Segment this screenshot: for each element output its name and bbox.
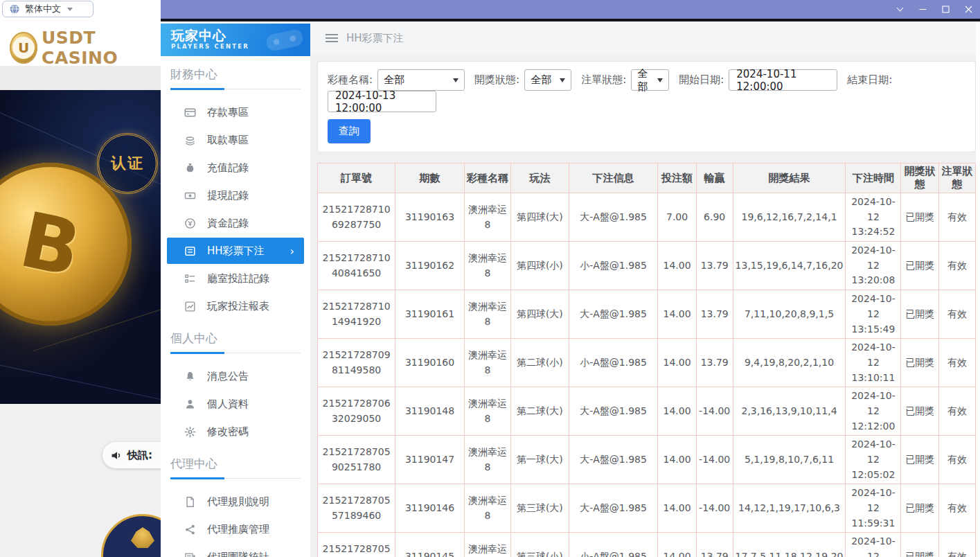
withdraw-record-icon (184, 190, 196, 202)
caret-down-icon (560, 78, 565, 82)
table-cell: 2152172871014941920 (318, 290, 395, 339)
section-title: 個人中心 (161, 320, 310, 346)
table-row: 215217287059025178031190147澳洲幸运8第一球(大)大-… (318, 436, 976, 484)
table-cell: 2024-10-12 13:15:49 (846, 290, 901, 339)
table-cell: 第三球(大) (511, 484, 569, 533)
chevron-down-icon[interactable] (896, 5, 905, 14)
table-cell: 大-A盤@1.985 (569, 436, 658, 484)
table-cell: 大-A盤@1.985 (569, 290, 658, 339)
filter-label: 注單狀態: (581, 73, 626, 87)
table-cell: 小-A盤@1.985 (569, 533, 658, 557)
speaker-icon (111, 450, 123, 461)
sidebar-item[interactable]: 提現記錄 (161, 182, 310, 209)
table-row: 215217287055718946031190146澳洲幸运8第三球(大)大-… (318, 484, 976, 533)
table-cell: 有效 (939, 533, 976, 557)
table-cell: 14.00 (658, 484, 696, 533)
table-cell: 澳洲幸运8 (464, 193, 510, 242)
filter-label: 彩種名稱: (328, 73, 373, 87)
close-icon[interactable] (964, 5, 973, 14)
sidebar-item[interactable]: 代理推廣管理 (161, 515, 310, 543)
table-row: 215217287101494192031190161澳洲幸运8第四球(大)大-… (318, 290, 976, 339)
end-date-input[interactable]: 2024-10-13 12:00:00 (328, 91, 436, 112)
column-header: 訂單號 (318, 163, 395, 193)
table-cell: 有效 (939, 484, 976, 533)
sidebar-header: 玩家中心 PLAYERS CENTER (161, 24, 310, 56)
news-ticker[interactable]: 快訊: (103, 442, 161, 468)
selected-value: 全部 (531, 73, 551, 87)
table-cell: 有效 (939, 436, 976, 484)
start-date-input[interactable]: 2024-10-11 12:00:00 (729, 69, 837, 91)
table-cell: 2152172870527960190 (318, 533, 395, 557)
sidebar-item[interactable]: 取款專區 (161, 126, 310, 154)
table-cell: 31190163 (395, 193, 465, 242)
sidebar-item-label: 取款專區 (207, 134, 249, 147)
sidebar-item-label: 修改密碼 (207, 425, 249, 439)
table-cell: 19,6,12,16,7,2,14,1 (733, 193, 846, 242)
sidebar-item[interactable]: 廳室投註記錄 (161, 265, 310, 292)
sidebar: 玩家中心 PLAYERS CENTER 財務中心存款專區取款專區充值記錄提現記錄… (161, 21, 310, 557)
table-cell: 14.00 (658, 339, 696, 387)
lottery-name-select[interactable]: 全部 (377, 69, 465, 91)
table-cell: 第四球(大) (511, 290, 569, 339)
table-row: 215217287106928775031190163澳洲幸运8第四球(大)大-… (318, 193, 976, 242)
table-cell: 第四球(小) (511, 242, 569, 290)
sidebar-item-label: 代理團隊統計 (207, 551, 269, 557)
window-titlebar (161, 0, 980, 19)
sidebar-item[interactable]: 充值記錄 (161, 154, 310, 182)
sidebar-item[interactable]: HH彩票下注› (167, 238, 304, 264)
table-cell: 有效 (939, 387, 976, 436)
column-header: 輸贏 (696, 163, 733, 193)
search-button[interactable]: 查詢 (328, 119, 371, 143)
filter-label: 開獎狀態: (474, 73, 519, 87)
chevron-right-icon: › (290, 245, 294, 258)
sidebar-item[interactable]: 玩家投注報表 (161, 292, 310, 320)
selected-value: 全部 (637, 67, 652, 94)
main-content: HH彩票下注 彩種名稱:全部開獎狀態:全部注單狀態:全部開始日期:2024-10… (310, 21, 980, 557)
sidebar-item[interactable]: 存款專區 (161, 98, 310, 126)
column-header: 注單狀態 (939, 163, 976, 193)
sidebar-item[interactable]: 資金記錄 (161, 209, 310, 237)
doc-icon (184, 496, 196, 508)
order-status-select[interactable]: 全部 (631, 69, 669, 91)
sidebar-item-label: 消息公告 (207, 370, 249, 383)
column-header: 開獎結果 (733, 163, 846, 193)
topbar: HH彩票下注 (310, 21, 980, 55)
sidebar-item-label: 個人資料 (207, 398, 249, 411)
sidebar-item[interactable]: 消息公告 (161, 362, 310, 390)
filter-label: 開始日期: (679, 73, 724, 87)
table-cell: 已開獎 (901, 533, 939, 557)
scrollbar[interactable] (976, 21, 980, 557)
table-row: 215217287104084165031190162澳洲幸运8第四球(小)小-… (318, 242, 976, 290)
draw-status-select[interactable]: 全部 (524, 69, 571, 91)
table-cell: 14.00 (658, 290, 696, 339)
table-cell: -14.00 (696, 484, 733, 533)
table-cell: 2152172870981149580 (318, 339, 395, 387)
brand-logo: U USDT CASINO (10, 28, 161, 68)
table-cell: 31190146 (395, 484, 465, 533)
sidebar-item-label: HH彩票下注 (207, 245, 265, 258)
table-cell: 第三球(小) (511, 533, 569, 557)
table-cell: 澳洲幸运8 (464, 339, 510, 387)
column-header: 開獎狀態 (901, 163, 939, 193)
section-underline (170, 89, 301, 89)
section-title: 代理中心 (161, 445, 310, 472)
table-cell: 2152172870632029050 (318, 387, 395, 436)
sidebar-item[interactable]: 個人資料 (161, 390, 310, 418)
table-row: 215217287063202905031190148澳洲幸运8第二球(大)大-… (318, 387, 976, 436)
decor-line (0, 360, 161, 403)
table-cell: 2152172870590251780 (318, 436, 395, 484)
left-gray-strip (0, 66, 161, 90)
sidebar-item[interactable]: 修改密碼 (161, 418, 310, 445)
maximize-icon[interactable] (941, 5, 950, 14)
sidebar-item[interactable]: 代理規則說明 (161, 488, 310, 515)
sidebar-item-label: 廳室投註記錄 (207, 272, 269, 285)
column-header: 下注時間 (846, 163, 901, 193)
table-row: 215217287098114958031190160澳洲幸运8第二球(小)小-… (318, 339, 976, 387)
bitcoin-symbol: B (12, 195, 88, 294)
sidebar-item[interactable]: 代理團隊統計 (161, 543, 310, 557)
language-selector[interactable]: 繁体中文 (2, 1, 93, 17)
minimize-icon[interactable] (918, 5, 927, 14)
hamburger-icon[interactable] (326, 37, 338, 39)
table-cell: 2152172871040841650 (318, 242, 395, 290)
table-cell: 有效 (939, 290, 976, 339)
